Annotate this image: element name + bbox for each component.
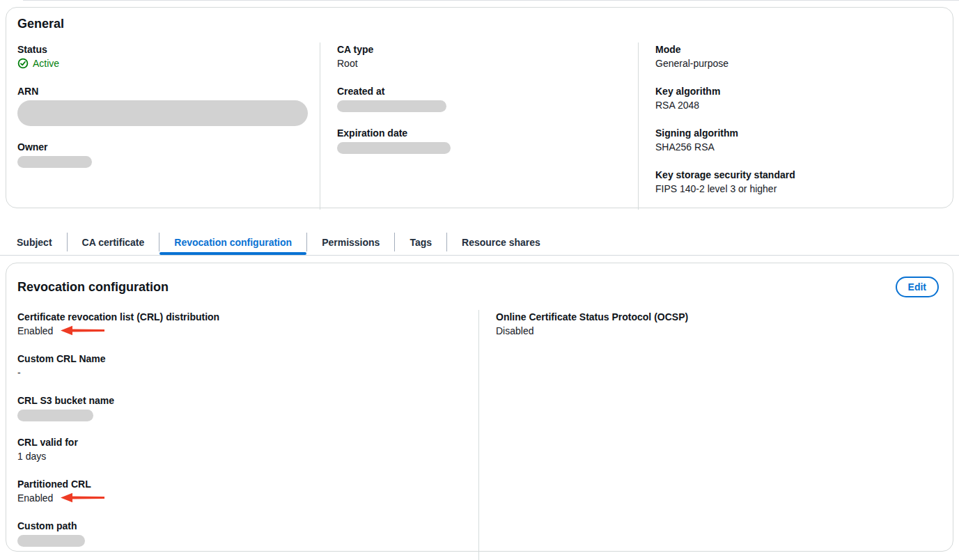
crl-valid-for-field: CRL valid for 1 days — [17, 435, 478, 463]
owner-field: Owner — [17, 140, 320, 168]
mode-field: Mode General-purpose — [655, 42, 939, 70]
key-storage-field: Key storage security standard FIPS 140-2… — [655, 168, 939, 196]
ca-type-value: Root — [337, 56, 638, 70]
tab-bar: Subject CA certificate Revocation config… — [2, 229, 555, 255]
ca-type-field: CA type Root — [337, 42, 638, 70]
annotation-arrow-icon — [61, 492, 104, 503]
owner-label: Owner — [17, 140, 320, 154]
status-label: Status — [17, 42, 320, 56]
check-circle-icon — [17, 58, 29, 69]
crl-distribution-field: Certificate revocation list (CRL) distri… — [17, 310, 478, 338]
created-at-field: Created at — [337, 84, 638, 112]
key-algorithm-field: Key algorithm RSA 2048 — [655, 84, 939, 112]
mode-value: General-purpose — [655, 56, 939, 70]
tab-tags[interactable]: Tags — [395, 229, 446, 255]
key-algorithm-label: Key algorithm — [655, 84, 939, 98]
crl-distribution-label: Certificate revocation list (CRL) distri… — [17, 310, 478, 324]
general-columns: Status Active ARN Owner — [17, 42, 939, 205]
tab-permissions[interactable]: Permissions — [307, 229, 394, 255]
revocation-panel-header: Revocation configuration Edit — [17, 277, 939, 297]
revocation-panel-title: Revocation configuration — [17, 279, 169, 295]
custom-crl-name-field: Custom CRL Name - — [17, 352, 478, 380]
redacted-arn-value — [17, 100, 308, 126]
redacted-created-at-value — [337, 100, 446, 112]
revocation-column-right: Online Certificate Status Protocol (OCSP… — [478, 310, 939, 560]
redacted-custom-path-value — [17, 535, 85, 547]
revocation-column-left: Certificate revocation list (CRL) distri… — [17, 310, 478, 560]
general-panel-title: General — [17, 16, 939, 32]
status-value: Active — [17, 56, 320, 70]
general-column-1: Status Active ARN Owner — [17, 42, 320, 210]
general-column-2: CA type Root Created at Expiration date — [320, 42, 638, 210]
ocsp-value: Disabled — [496, 324, 939, 338]
status-field: Status Active — [17, 42, 320, 70]
revocation-configuration-panel: Revocation configuration Edit Certificat… — [6, 263, 953, 552]
ocsp-field: Online Certificate Status Protocol (OCSP… — [496, 310, 939, 338]
crl-s3-bucket-field: CRL S3 bucket name — [17, 394, 478, 421]
arn-label: ARN — [17, 84, 320, 98]
status-text: Active — [33, 56, 59, 70]
crl-s3-bucket-label: CRL S3 bucket name — [17, 394, 478, 407]
tab-revocation-configuration[interactable]: Revocation configuration — [159, 229, 306, 255]
ocsp-label: Online Certificate Status Protocol (OCSP… — [496, 310, 939, 324]
tab-subject[interactable]: Subject — [2, 229, 67, 255]
page-top-divider — [23, 0, 959, 1]
custom-path-label: Custom path — [17, 519, 478, 533]
key-storage-label: Key storage security standard — [655, 168, 939, 182]
arn-field: ARN — [17, 84, 320, 126]
custom-path-field: Custom path — [17, 519, 478, 547]
general-column-3: Mode General-purpose Key algorithm RSA 2… — [638, 42, 939, 210]
partitioned-crl-field: Partitioned CRL Enabled — [17, 477, 478, 505]
expiration-date-field: Expiration date — [337, 126, 638, 154]
tab-ca-certificate[interactable]: CA certificate — [68, 229, 159, 255]
key-algorithm-value: RSA 2048 — [655, 98, 939, 112]
crl-distribution-value: Enabled — [17, 324, 478, 338]
edit-button[interactable]: Edit — [896, 277, 939, 297]
created-at-label: Created at — [337, 84, 638, 98]
ca-type-label: CA type — [337, 42, 638, 56]
partitioned-crl-label: Partitioned CRL — [17, 477, 478, 491]
custom-crl-name-label: Custom CRL Name — [17, 352, 478, 366]
annotation-arrow-icon — [61, 325, 104, 336]
crl-valid-for-value: 1 days — [17, 449, 478, 463]
expiration-date-label: Expiration date — [337, 126, 638, 140]
redacted-owner-value — [17, 156, 92, 168]
key-storage-value: FIPS 140-2 level 3 or higher — [655, 182, 939, 196]
partitioned-crl-value: Enabled — [17, 491, 478, 505]
crl-valid-for-label: CRL valid for — [17, 435, 478, 449]
custom-crl-name-value: - — [17, 366, 478, 380]
redacted-expiration-date-value — [337, 142, 451, 154]
redacted-s3-bucket-value — [17, 410, 93, 421]
tab-resource-shares[interactable]: Resource shares — [447, 229, 555, 255]
tabs-bottom-divider — [0, 255, 959, 256]
signing-algorithm-label: Signing algorithm — [655, 126, 939, 140]
general-panel: General Status Active ARN — [6, 7, 953, 208]
signing-algorithm-value: SHA256 RSA — [655, 140, 939, 154]
mode-label: Mode — [655, 42, 939, 56]
revocation-columns: Certificate revocation list (CRL) distri… — [17, 310, 939, 560]
signing-algorithm-field: Signing algorithm SHA256 RSA — [655, 126, 939, 154]
